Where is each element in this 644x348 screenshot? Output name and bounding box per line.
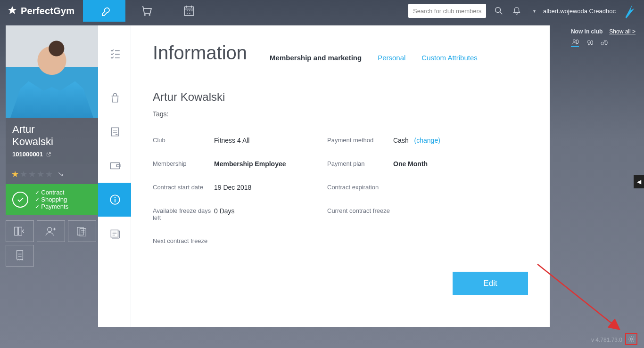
cart-icon (140, 4, 154, 18)
quick-documents-button[interactable] (68, 220, 96, 242)
wallet-icon (109, 160, 121, 172)
member-last-name: Kowalski (12, 136, 91, 148)
quick-checkin-button[interactable] (6, 220, 34, 242)
svg-rect-9 (111, 128, 118, 136)
status-item: Contract (35, 189, 68, 196)
now-male-group[interactable]: 0 (600, 40, 608, 46)
rail-tab-overview[interactable] (98, 25, 131, 81)
user-label[interactable]: albert.wojewoda Creadhoc (543, 8, 616, 15)
member-rating[interactable]: ★ ★ ★ ★ ★ (6, 164, 98, 184)
now-people-count: 0 (576, 39, 579, 45)
top-nav (83, 0, 210, 22)
now-in-club-label: Now in club (571, 28, 603, 35)
pg-mark-icon (623, 3, 636, 18)
field-label-club: Club (153, 137, 214, 144)
svg-point-13 (115, 197, 116, 198)
tags-label: Tags: (153, 110, 528, 118)
now-female-count: 0 (590, 40, 594, 46)
rail-tab-wallet[interactable] (98, 149, 131, 183)
now-people-group[interactable]: 0 (571, 39, 579, 47)
svg-point-3 (495, 8, 501, 13)
side-panel-toggle[interactable]: ◀ (634, 175, 644, 188)
external-link-icon[interactable] (46, 152, 51, 157)
star-icon: ★ (45, 169, 53, 179)
subtab-personal[interactable]: Personal (378, 54, 405, 62)
rail-tab-info[interactable] (98, 183, 131, 217)
member-status: Contract Shopping Payments (6, 184, 98, 215)
status-check-icon (12, 192, 28, 208)
svg-point-17 (601, 42, 604, 45)
now-female-group[interactable]: 0 (586, 40, 594, 46)
member-sidebar: Artur Kowalski 101000001 ★ ★ ★ ★ ★ Contr… (6, 25, 98, 267)
member-heading: Artur Kowalski (153, 90, 528, 104)
quick-actions (6, 220, 98, 267)
change-payment-method-link[interactable]: (change) (414, 137, 440, 144)
svg-rect-10 (110, 163, 120, 169)
star-icon: ★ (11, 169, 19, 179)
member-id: 101000001 (12, 151, 43, 158)
info-icon (109, 194, 121, 206)
member-first-name: Artur (12, 123, 91, 136)
quick-add-user-button[interactable] (37, 220, 65, 242)
bag-icon (109, 92, 121, 104)
quick-receipt-button[interactable] (6, 245, 34, 267)
nav-cart[interactable] (125, 0, 168, 22)
star-icon: ★ (28, 169, 36, 179)
search-input[interactable] (408, 4, 486, 18)
svg-point-0 (144, 14, 146, 16)
search-button[interactable] (494, 6, 504, 16)
invoice-icon (109, 126, 121, 138)
svg-point-15 (573, 40, 576, 42)
rail-tab-shop[interactable] (98, 81, 131, 115)
topbar-right: albert.wojewoda Creadhoc (408, 0, 644, 22)
door-enter-icon (14, 226, 26, 236)
brand-text: PerfectGym (21, 6, 74, 16)
notifications-button[interactable] (512, 6, 522, 16)
subtab-membership[interactable]: Membership and marketing (270, 54, 362, 62)
search-icon (494, 6, 504, 16)
field-label-contract-expiration: Contract expiration (327, 184, 393, 191)
show-all-link[interactable]: Show all > (609, 28, 636, 35)
field-value-club: Fitness 4 All (214, 137, 327, 144)
now-in-club-panel: Now in club Show all > 0 0 0 (571, 28, 636, 47)
star-icon: ★ (20, 169, 27, 179)
field-label-contract-start: Contract start date (153, 184, 214, 191)
page-title: Information (153, 42, 247, 64)
nav-key[interactable] (83, 0, 125, 22)
nav-calendar[interactable] (168, 0, 210, 22)
edit-button[interactable]: Edit (453, 272, 528, 295)
field-label-payment-method: Payment method (327, 137, 393, 144)
field-value-membership: Membership Employee (214, 160, 327, 168)
now-male-count: 0 (604, 40, 608, 46)
field-label-current-freeze: Current contract freeze (327, 207, 393, 214)
subtab-custom-attributes[interactable]: Custom Attributes (421, 54, 477, 62)
brand-logo[interactable]: PerfectGym (0, 0, 83, 22)
field-label-next-freeze: Next contract freeze (153, 237, 214, 244)
info-fields: Club Fitness 4 All Payment method Cash (… (153, 137, 528, 244)
svg-rect-5 (18, 227, 22, 235)
field-value-payment-method: Cash (change) (393, 137, 506, 144)
calendar-icon (182, 4, 196, 18)
checklist-icon (109, 47, 121, 59)
bell-icon (512, 6, 522, 16)
star-icon: ★ (37, 169, 44, 179)
user-plus-icon (45, 226, 57, 236)
svg-point-1 (149, 14, 151, 16)
subtab-bar: Membership and marketing Personal Custom… (270, 54, 478, 62)
rail-tab-invoice[interactable] (98, 115, 131, 149)
topbar: PerfectGym alber (0, 0, 644, 22)
member-photo[interactable] (6, 25, 98, 118)
star-icon (7, 5, 18, 16)
settings-button[interactable] (625, 333, 637, 345)
svg-point-6 (48, 227, 52, 232)
field-value-contract-start: 19 Dec 2018 (214, 184, 327, 191)
field-label-membership: Membership (153, 160, 214, 167)
payment-method-text: Cash (393, 137, 409, 144)
svg-point-18 (630, 338, 633, 340)
receipt-icon (15, 250, 25, 262)
rail-tab-news[interactable] (98, 217, 131, 251)
field-label-payment-plan: Payment plan (327, 160, 393, 167)
field-value-freeze-left: 0 Days (214, 207, 327, 215)
topbar-menu-caret[interactable] (529, 8, 536, 14)
status-item: Shopping (35, 196, 68, 203)
